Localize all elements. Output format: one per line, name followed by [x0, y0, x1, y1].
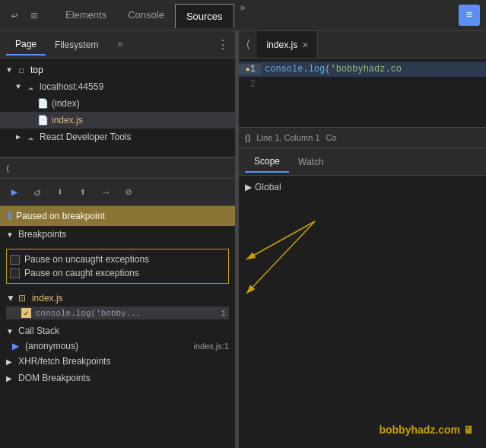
tab-console[interactable]: Console	[117, 3, 175, 27]
callstack-header[interactable]: ▼ Call Stack	[0, 322, 235, 339]
source-tabs: ⟨ index.js ×	[239, 31, 486, 59]
tree-index-js[interactable]: 📄 index.js	[0, 112, 235, 129]
bp-code: console.log('bobby...	[36, 309, 221, 318]
callstack-arrow: ▼	[6, 327, 15, 335]
bp-checked-icon: ✓	[21, 308, 31, 318]
tree-localhost[interactable]: ▼ ☁ localhost:44559	[0, 78, 235, 95]
left-status-bar: ⟨	[0, 157, 235, 179]
footer-text-label: bobbyhadz.com	[379, 424, 460, 436]
spacer2	[24, 116, 37, 125]
more-sub-tabs[interactable]: »	[107, 40, 127, 50]
cloud-icon: ☁	[24, 81, 37, 93]
deactivate-btn[interactable]: ⊘	[120, 184, 137, 201]
tab-filesystem[interactable]: Filesystem	[46, 35, 107, 55]
breakpoints-section: Pause on uncaught exceptions Pause on ca…	[0, 243, 235, 290]
close-tab-icon[interactable]: ×	[302, 39, 308, 51]
tree-label-index: (index)	[52, 98, 80, 109]
status-braces-icon: {}	[245, 133, 250, 142]
tree-arrow-localhost: ▼	[12, 83, 24, 91]
bp-item[interactable]: ✓ console.log('bobby... 1	[6, 307, 229, 319]
more-tabs[interactable]: »	[234, 3, 252, 27]
tree-label-react: React Developer Tools	[40, 132, 132, 142]
line-content-1: console.log('bobbyhadz.co	[262, 64, 486, 75]
dom-section[interactable]: ▶ DOM Breakpoints	[0, 370, 235, 386]
breakpoints-header[interactable]: ▼ Breakpoints	[0, 226, 235, 243]
breakpoint-caught: Pause on caught exceptions	[10, 266, 225, 280]
breakpoints-arrow: ▼	[6, 230, 15, 239]
top-nav: ↩ ⊡ Elements Console Sources » ≡	[0, 0, 486, 31]
annotation-svg	[239, 176, 486, 448]
debug-right-tabs: Scope Watch	[239, 148, 486, 176]
devtools-icon[interactable]: ≡	[459, 5, 480, 26]
dom-arrow: ▶	[6, 374, 15, 383]
source-tab-label: index.js	[266, 40, 297, 50]
bp-file-arrow: ▼	[6, 293, 15, 303]
callstack-item[interactable]: ▶ (anonymous) index.js:1	[0, 339, 235, 353]
tree-top[interactable]: ▼ ☐ top	[0, 62, 235, 78]
sub-tabs-menu[interactable]: ⋮	[217, 37, 229, 52]
callstack-loc: index.js:1	[194, 342, 229, 351]
status-resizer-icon: ⟨	[6, 164, 9, 173]
source-tab-indexjs[interactable]: index.js ×	[257, 31, 318, 58]
code-line-2: 2	[239, 77, 486, 92]
tab-sources[interactable]: Sources	[175, 4, 234, 28]
scope-panel: ▶ Global bobbyhadz.com 🖥	[239, 176, 486, 448]
tab-page[interactable]: Page	[6, 34, 46, 56]
status-position: Line 1, Column 1	[256, 133, 319, 142]
uncaught-checkbox[interactable]	[10, 255, 20, 265]
code-editor: ●1 console.log('bobbyhadz.co 2	[239, 59, 486, 127]
collapse-icon[interactable]: ⟨	[239, 38, 257, 51]
tree-react-tools[interactable]: ▶ ☁ React Developer Tools	[0, 129, 235, 145]
nav-icons: ↩ ⊡	[6, 7, 43, 24]
dock-icon[interactable]: ⊡	[26, 7, 43, 24]
code-line-1: ●1 console.log('bobbyhadz.co	[239, 62, 486, 77]
step-out-btn[interactable]: ⬆	[75, 184, 91, 201]
tab-elements[interactable]: Elements	[55, 3, 117, 27]
scope-global[interactable]: ▶ Global	[245, 182, 480, 192]
scope-global-arrow: ▶	[245, 182, 252, 192]
code-log: log	[309, 64, 326, 75]
breakpoint-uncaught: Pause on uncaught exceptions	[10, 253, 225, 266]
tab-watch[interactable]: Watch	[289, 152, 333, 172]
tree-label-top: top	[30, 65, 43, 75]
left-panel: Page Filesystem » ⋮ ▼ ☐ top ▼ ☁ localhos…	[0, 31, 236, 448]
svg-line-0	[246, 221, 315, 259]
bp-filename: index.js	[32, 293, 63, 303]
paused-banner: ℹ Paused on breakpoint	[0, 206, 235, 226]
tree-index-html[interactable]: 📄 (index)	[0, 95, 235, 112]
resume-btn[interactable]: ▶	[6, 184, 23, 201]
caught-checkbox[interactable]	[10, 268, 20, 278]
back-icon[interactable]: ↩	[6, 7, 23, 24]
editor-status: {} Line 1, Column 1 Co	[239, 127, 486, 148]
tree-label-localhost: localhost:44559	[40, 81, 103, 92]
tab-scope[interactable]: Scope	[245, 151, 289, 173]
footer-brand: bobbyhadz.com 🖥	[379, 424, 474, 436]
js-file-icon: 📄	[37, 115, 49, 126]
file-icon: 📄	[37, 98, 49, 110]
bp-line: 1	[221, 309, 226, 318]
step-into-btn[interactable]: ⬇	[52, 184, 68, 201]
debug-toolbar: ▶ ↺ ⬇ ⬆ → ⊘	[0, 179, 235, 206]
nav-right: ≡	[459, 5, 480, 26]
line-number-1: ●1	[239, 64, 262, 75]
main-layout: Page Filesystem » ⋮ ▼ ☐ top ▼ ☁ localhos…	[0, 31, 486, 448]
paused-text: Paused on breakpoint	[16, 211, 105, 221]
xhr-section[interactable]: ▶ XHR/fetch Breakpoints	[0, 353, 235, 370]
sub-tabs: Page Filesystem » ⋮	[0, 31, 235, 59]
spacer1	[24, 100, 37, 108]
file-breakpoints: ▼ ⊡ index.js ✓ console.log('bobby... 1	[0, 290, 235, 322]
bp-file-icon: ⊡	[18, 293, 26, 303]
step-over-btn[interactable]: ↺	[29, 184, 46, 201]
folder-icon: ☐	[15, 65, 27, 76]
breakpoints-box: Pause on uncaught exceptions Pause on ca…	[6, 249, 229, 284]
info-icon: ℹ	[8, 210, 11, 222]
step-btn[interactable]: →	[97, 184, 114, 201]
bp-file-header[interactable]: ▼ ⊡ index.js	[6, 291, 229, 305]
code-dot1: .	[303, 64, 308, 75]
dom-label: DOM Breakpoints	[18, 373, 91, 383]
callstack-func: (anonymous)	[25, 341, 188, 351]
tree-arrow-top: ▼	[3, 66, 15, 75]
file-tree: ▼ ☐ top ▼ ☁ localhost:44559 📄 (index) 📄 …	[0, 59, 235, 157]
callstack-item-arrow: ▶	[12, 341, 19, 351]
line-number-2: 2	[239, 79, 262, 90]
